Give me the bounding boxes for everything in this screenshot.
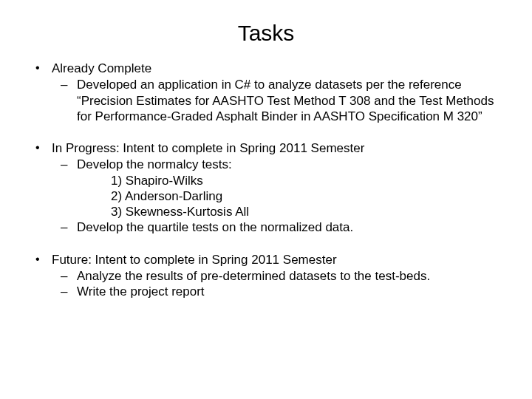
- section-heading: Future: Intent to complete in Spring 201…: [52, 253, 337, 267]
- section-heading: Already Complete: [52, 61, 151, 75]
- item-text: Develop the normalcy tests:: [77, 157, 232, 171]
- slide: Tasks Already Complete Developed an appl…: [0, 0, 532, 399]
- item-text: Developed an application in C# to analyz…: [77, 78, 494, 123]
- item-text: Analyze the results of pre-determined da…: [77, 269, 430, 283]
- list-item: Develop the quartile tests on the normal…: [77, 219, 502, 235]
- numbered-sublist: 1) Shapiro-Wilks 2) Anderson-Darling 3) …: [77, 173, 502, 220]
- bullet-list-level2: Develop the normalcy tests: 1) Shapiro-W…: [52, 157, 502, 235]
- item-text: Write the project report: [77, 284, 205, 299]
- numbered-item: 1) Shapiro-Wilks: [111, 173, 502, 188]
- bullet-list-level2: Developed an application in C# to analyz…: [52, 77, 502, 124]
- slide-title: Tasks: [30, 21, 502, 46]
- item-text: Develop the quartile tests on the normal…: [77, 220, 353, 234]
- list-item: Developed an application in C# to analyz…: [77, 77, 502, 124]
- numbered-item: 3) Skewness-Kurtosis All: [111, 204, 502, 219]
- section-future: Future: Intent to complete in Spring 201…: [52, 252, 502, 300]
- list-item: Analyze the results of pre-determined da…: [77, 268, 502, 284]
- bullet-list-level2: Analyze the results of pre-determined da…: [52, 268, 502, 300]
- list-item: Write the project report: [77, 284, 502, 299]
- section-heading: In Progress: Intent to complete in Sprin…: [52, 141, 364, 155]
- section-complete: Already Complete Developed an applicatio…: [52, 61, 502, 124]
- numbered-item: 2) Anderson-Darling: [111, 188, 502, 204]
- bullet-list-level1: Already Complete Developed an applicatio…: [30, 61, 502, 299]
- section-in-progress: In Progress: Intent to complete in Sprin…: [52, 140, 502, 236]
- list-item: Develop the normalcy tests: 1) Shapiro-W…: [77, 157, 502, 219]
